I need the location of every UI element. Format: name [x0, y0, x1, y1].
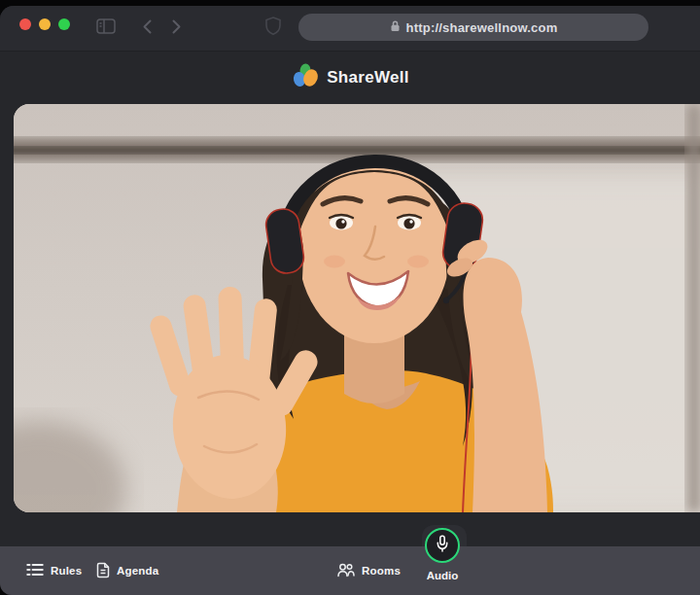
- microphone-icon: [436, 535, 449, 556]
- agenda-label: Agenda: [117, 565, 158, 577]
- audio-mute-button[interactable]: [425, 528, 460, 563]
- shield-icon[interactable]: [265, 17, 281, 40]
- people-icon: [337, 563, 355, 579]
- rooms-label: Rooms: [362, 565, 401, 577]
- forward-chevron-icon[interactable]: [171, 18, 182, 39]
- meeting-toolbar: Rules Agenda R: [0, 546, 700, 595]
- brand-title: ShareWell: [327, 68, 409, 88]
- participant-video: [14, 104, 700, 512]
- rules-label: Rules: [51, 565, 82, 577]
- sharewell-logo-icon[interactable]: [291, 61, 320, 94]
- audio-label: Audio: [413, 570, 472, 581]
- address-bar[interactable]: http://sharewellnow.com: [298, 14, 648, 41]
- app-header: ShareWell: [0, 52, 700, 104]
- rules-button[interactable]: Rules: [26, 546, 82, 595]
- back-chevron-icon[interactable]: [142, 18, 153, 39]
- lock-icon: [390, 19, 401, 35]
- browser-window: http://sharewellnow.com ShareWell: [0, 6, 700, 595]
- list-icon: [26, 563, 44, 578]
- document-icon: [96, 562, 110, 580]
- browser-chrome-bar: http://sharewellnow.com: [0, 6, 700, 52]
- url-text: http://sharewellnow.com: [406, 20, 558, 35]
- sidebar-toggle-icon[interactable]: [96, 18, 116, 38]
- close-window-button[interactable]: [19, 18, 31, 30]
- rooms-button[interactable]: Rooms: [337, 546, 401, 595]
- minimize-window-button[interactable]: [39, 18, 51, 30]
- agenda-button[interactable]: Agenda: [96, 546, 158, 595]
- zoom-window-button[interactable]: [58, 18, 70, 30]
